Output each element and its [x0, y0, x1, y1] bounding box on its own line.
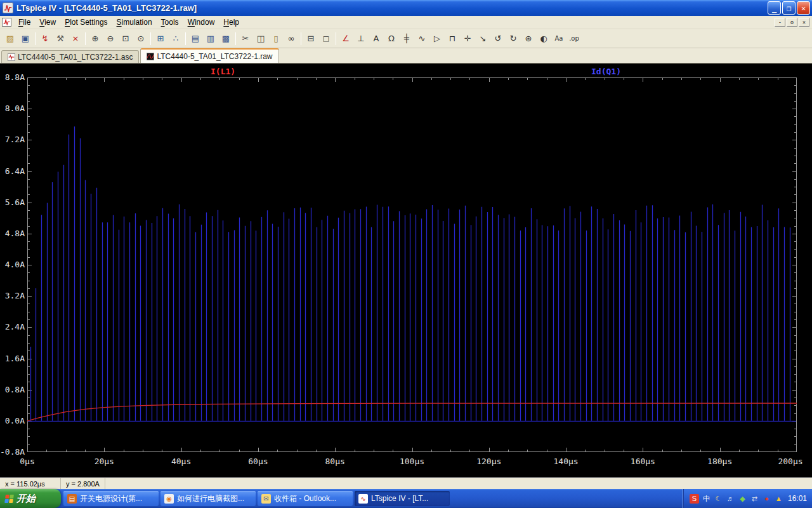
- tile-vertical-icon[interactable]: ▥: [203, 31, 218, 46]
- mark-data-points-icon[interactable]: ∴: [168, 31, 183, 46]
- menu-plot-settings[interactable]: Plot Settings: [60, 16, 112, 29]
- window-title: LTspice IV - [LTC4440-5_TA01_LTC3722-1.r…: [16, 3, 766, 13]
- copy-icon[interactable]: ◫: [253, 31, 268, 46]
- usb-icon[interactable]: ⇄: [750, 494, 759, 504]
- tab-schematic-asc[interactable]: LTC4440-5_TA01_LTC3722-1.asc: [1, 50, 139, 63]
- drag-icon[interactable]: ↘: [475, 31, 490, 46]
- paste-icon[interactable]: ▯: [268, 31, 284, 46]
- y-axis-label: 4.0A: [0, 260, 25, 269]
- minimize-button[interactable]: _: [768, 1, 781, 15]
- tray-icons: S中☾♬◆⇄●▲: [690, 494, 783, 504]
- y-axis-label: 0.0A: [0, 416, 25, 425]
- mdi-close-button[interactable]: ×: [799, 18, 809, 27]
- find-icon[interactable]: ∞: [284, 31, 299, 46]
- mirror-icon[interactable]: ◐: [536, 31, 551, 46]
- waveform-plot-canvas[interactable]: [27, 77, 797, 452]
- zoom-out-icon[interactable]: ⊖: [103, 31, 118, 46]
- taskbar-button[interactable]: ◉如何进行电脑截图...: [160, 491, 256, 506]
- taskbar-button[interactable]: ▤开关电源设计(第...: [63, 491, 159, 506]
- window-titlebar: LTspice IV - [LTC4440-5_TA01_LTC3722-1.r…: [0, 0, 812, 16]
- grid-icon[interactable]: ⊞: [153, 31, 168, 46]
- zoom-full-extents-icon[interactable]: ⊙: [133, 31, 148, 46]
- taskbar-button[interactable]: ∿LTspice IV - [LT...: [355, 491, 450, 506]
- menu-view[interactable]: View: [35, 16, 60, 29]
- mdi-restore-button[interactable]: o: [787, 18, 797, 27]
- cascade-windows-icon[interactable]: ▩: [218, 31, 233, 46]
- component-icon[interactable]: ⊓: [445, 31, 460, 46]
- tile-horizontal-icon[interactable]: ▤: [188, 31, 203, 46]
- print-preview-icon: ◻: [323, 34, 330, 43]
- zoom-in-icon: ⊕: [92, 34, 99, 43]
- print-icon: ⊟: [308, 34, 315, 43]
- volume-icon[interactable]: ♬: [726, 494, 735, 504]
- capacitor-icon: ╪: [404, 34, 409, 43]
- diode-icon: ▷: [434, 34, 440, 43]
- taskbar-button[interactable]: ✉收件箱 - Outlook...: [258, 491, 353, 506]
- document-icon[interactable]: [2, 18, 11, 27]
- inductor-icon[interactable]: ∿: [414, 31, 429, 46]
- legend-trace-idq1[interactable]: Id(Q1): [591, 67, 621, 76]
- undo-icon: ↺: [495, 34, 502, 43]
- antivirus-icon[interactable]: ◆: [738, 494, 747, 504]
- diode-icon[interactable]: ▷: [429, 31, 445, 46]
- zoom-in-icon[interactable]: ⊕: [88, 31, 103, 46]
- rotate-icon[interactable]: ⊛: [521, 31, 536, 46]
- taskbar-clock[interactable]: 16:01: [788, 494, 807, 503]
- tile-vertical-icon: ▥: [207, 34, 214, 43]
- menu-tools[interactable]: Tools: [157, 16, 183, 29]
- net-label-icon[interactable]: A: [369, 31, 384, 46]
- security-shield-icon[interactable]: ▲: [774, 494, 783, 504]
- menu-simulation[interactable]: Simulation: [112, 16, 157, 29]
- y-axis-label: 7.2A: [0, 135, 25, 144]
- menu-window[interactable]: Window: [183, 16, 219, 29]
- mdi-minimize-button[interactable]: -: [775, 18, 785, 27]
- rotate-icon: ⊛: [525, 34, 532, 43]
- toolbar-separator: [185, 32, 186, 45]
- taskbar-button-label: 开关电源设计(第...: [80, 493, 142, 504]
- cut-icon[interactable]: ✂: [238, 31, 253, 46]
- wire-icon[interactable]: ∠: [338, 31, 353, 46]
- print-icon[interactable]: ⊟: [303, 31, 318, 46]
- redo-icon[interactable]: ↻: [506, 31, 521, 46]
- start-button[interactable]: 开始: [0, 489, 61, 508]
- close-button[interactable]: ✕: [797, 1, 810, 15]
- waveform-file-icon: [147, 53, 154, 60]
- y-axis-label: 8.8A: [0, 72, 25, 82]
- ground-icon[interactable]: ⊥: [353, 31, 369, 46]
- resistor-icon[interactable]: Ω: [384, 31, 399, 46]
- open-icon[interactable]: ▨: [3, 31, 18, 46]
- probe-icon[interactable]: ↯: [37, 31, 53, 46]
- alarm-icon[interactable]: ●: [762, 494, 771, 504]
- sogou-icon[interactable]: S: [690, 494, 699, 504]
- zoom-area-icon[interactable]: ⊡: [118, 31, 133, 46]
- menu-help[interactable]: Help: [219, 16, 244, 29]
- control-panel-icon[interactable]: ⚒: [53, 31, 68, 46]
- capacitor-icon[interactable]: ╪: [399, 31, 414, 46]
- probe-icon: ↯: [42, 34, 49, 43]
- legend-trace-il1[interactable]: I(L1): [211, 67, 235, 76]
- taskbar: 开始 ▤开关电源设计(第...◉如何进行电脑截图...✉收件箱 - Outloo…: [0, 489, 812, 508]
- y-axis-label: 2.4A: [0, 322, 25, 331]
- text-icon[interactable]: Aa: [551, 31, 566, 46]
- x-axis-label: 20μs: [84, 457, 124, 466]
- cascade-windows-icon: ▩: [222, 34, 230, 43]
- save-icon[interactable]: ▣: [18, 31, 33, 46]
- ime-chinese-icon[interactable]: 中: [702, 494, 711, 504]
- taskbar-button-label: 如何进行电脑截图...: [177, 493, 244, 504]
- x-axis-label: 80μs: [315, 457, 355, 466]
- moon-icon[interactable]: ☾: [714, 494, 723, 504]
- print-preview-icon[interactable]: ◻: [318, 31, 334, 46]
- grid-icon: ⊞: [157, 34, 164, 43]
- spice-directive-icon[interactable]: .op: [566, 31, 582, 46]
- tab-waveform-raw[interactable]: LTC4440-5_TA01_LTC3722-1.raw: [140, 48, 278, 63]
- taskbar-button-label: LTspice IV - [LT...: [371, 494, 428, 503]
- menu-file[interactable]: File: [14, 16, 35, 29]
- taskbar-button-icon: ▤: [67, 494, 77, 504]
- halt-icon[interactable]: ×: [68, 31, 83, 46]
- move-icon[interactable]: ✛: [460, 31, 475, 46]
- undo-icon[interactable]: ↺: [490, 31, 506, 46]
- spice-directive-icon: .op: [569, 36, 579, 42]
- copy-icon: ◫: [257, 34, 265, 43]
- y-axis-label: 6.4A: [0, 166, 25, 176]
- restore-button[interactable]: ❐: [782, 1, 796, 15]
